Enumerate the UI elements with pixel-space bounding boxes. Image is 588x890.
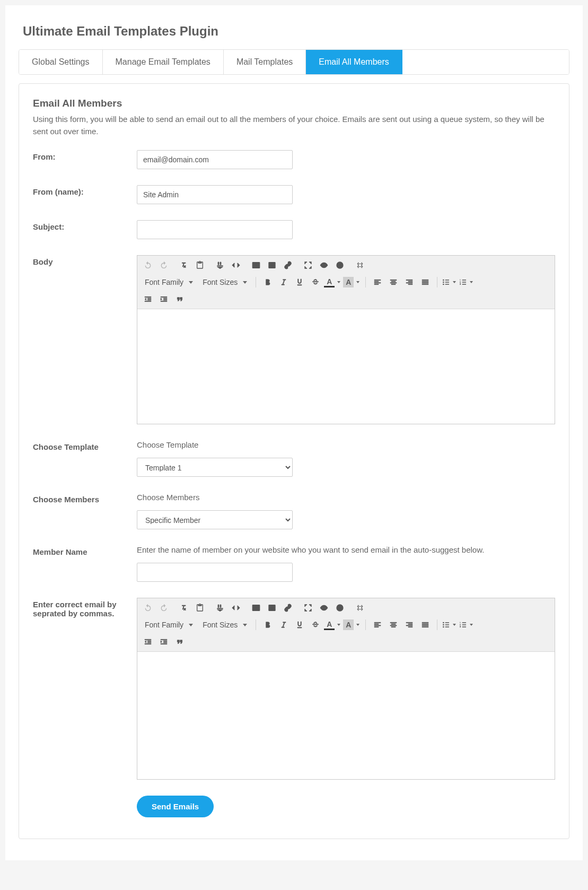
insert-media-icon[interactable] <box>249 600 264 615</box>
bold-icon[interactable] <box>260 617 275 632</box>
tab-email-all-members[interactable]: Email All Members <box>306 50 402 74</box>
insert-image-icon[interactable] <box>265 600 279 615</box>
font-sizes-dropdown[interactable]: Font Sizes <box>198 275 251 290</box>
emails-editor-content[interactable] <box>137 652 555 779</box>
template-select[interactable]: Template 1 <box>137 458 293 477</box>
paste-icon[interactable] <box>192 258 207 273</box>
template-helper: Choose Template <box>137 440 555 449</box>
page-container: Ultimate Email Templates Plugin Global S… <box>5 5 583 860</box>
font-family-dropdown[interactable]: Font Family <box>141 275 197 290</box>
from-name-input[interactable] <box>137 185 293 204</box>
undo-icon[interactable] <box>141 600 155 615</box>
fullscreen-icon[interactable] <box>301 258 315 273</box>
strikethrough-icon[interactable] <box>308 275 323 290</box>
text-color-button[interactable]: A <box>324 277 342 287</box>
number-list-button[interactable] <box>459 278 475 286</box>
underline-icon[interactable] <box>292 617 307 632</box>
redo-icon[interactable] <box>156 600 171 615</box>
svg-point-2 <box>270 264 271 265</box>
underline-icon[interactable] <box>292 275 307 290</box>
send-emails-button[interactable]: Send Emails <box>137 796 214 817</box>
tab-spacer <box>402 50 569 74</box>
undo-icon[interactable] <box>141 258 155 273</box>
emails-label: Enter correct email by seprated by comma… <box>33 598 137 618</box>
find-replace-icon[interactable] <box>213 600 227 615</box>
members-label: Choose Members <box>33 493 137 504</box>
tabs: Global Settings Manage Email Templates M… <box>19 49 569 75</box>
link-icon[interactable] <box>280 258 295 273</box>
outdent-icon[interactable] <box>141 292 155 307</box>
insert-image-icon[interactable] <box>265 258 279 273</box>
source-code-icon[interactable] <box>229 258 243 273</box>
strikethrough-icon[interactable] <box>308 617 323 632</box>
italic-icon[interactable] <box>276 275 291 290</box>
members-select[interactable]: Specific Member <box>137 510 293 529</box>
clear-format-icon[interactable] <box>177 258 191 273</box>
blockquote-icon[interactable] <box>172 634 187 649</box>
fullscreen-icon[interactable] <box>301 600 315 615</box>
align-justify-icon[interactable] <box>418 275 433 290</box>
indent-icon[interactable] <box>156 634 171 649</box>
emoticons-icon[interactable] <box>332 600 347 615</box>
preview-icon[interactable] <box>317 600 331 615</box>
insert-media-icon[interactable] <box>249 258 264 273</box>
panel: Email All Members Using this form, you w… <box>19 83 569 839</box>
submit-spacer <box>33 796 137 798</box>
tab-mail-templates[interactable]: Mail Templates <box>224 50 306 74</box>
body-editor-content[interactable] <box>137 309 555 424</box>
align-left-icon[interactable] <box>370 275 385 290</box>
section-title: Email All Members <box>33 98 555 109</box>
source-code-icon[interactable] <box>229 600 243 615</box>
bold-icon[interactable] <box>260 275 275 290</box>
clear-format-icon[interactable] <box>177 600 191 615</box>
bg-color-button[interactable]: A <box>343 619 361 630</box>
tab-manage-email-templates[interactable]: Manage Email Templates <box>103 50 224 74</box>
align-center-icon[interactable] <box>386 275 401 290</box>
emoticons-icon[interactable] <box>332 258 347 273</box>
find-replace-icon[interactable] <box>213 258 227 273</box>
text-color-button[interactable]: A <box>324 619 342 630</box>
member-name-helper: Enter the name of member on your website… <box>137 545 555 554</box>
svg-point-14 <box>443 624 444 626</box>
svg-point-4 <box>337 262 343 268</box>
align-left-icon[interactable] <box>370 617 385 632</box>
member-name-input[interactable] <box>137 563 293 582</box>
svg-point-5 <box>443 280 444 281</box>
paste-icon[interactable] <box>192 600 207 615</box>
template-icon[interactable] <box>353 258 367 273</box>
font-sizes-dropdown[interactable]: Font Sizes <box>198 617 251 632</box>
font-family-dropdown[interactable]: Font Family <box>141 617 197 632</box>
body-label: Body <box>33 255 137 266</box>
outdent-icon[interactable] <box>141 634 155 649</box>
link-icon[interactable] <box>280 600 295 615</box>
section-desc: Using this form, you will be able to sen… <box>33 114 555 137</box>
bg-color-button[interactable]: A <box>343 277 361 287</box>
preview-icon[interactable] <box>317 258 331 273</box>
align-center-icon[interactable] <box>386 617 401 632</box>
emails-editor: Font Family Font Sizes A A <box>137 598 555 780</box>
from-name-label: From (name): <box>33 185 137 196</box>
body-editor: Font Family Font Sizes A A <box>137 255 555 424</box>
redo-icon[interactable] <box>156 258 171 273</box>
italic-icon[interactable] <box>276 617 291 632</box>
from-label: From: <box>33 150 137 161</box>
template-icon[interactable] <box>353 600 367 615</box>
emails-toolbar: Font Family Font Sizes A A <box>137 598 555 652</box>
indent-icon[interactable] <box>156 292 171 307</box>
svg-point-12 <box>337 605 343 611</box>
align-justify-icon[interactable] <box>418 617 433 632</box>
from-input[interactable] <box>137 150 293 169</box>
bullet-list-button[interactable] <box>442 278 458 286</box>
blockquote-icon[interactable] <box>172 292 187 307</box>
svg-point-11 <box>323 607 325 609</box>
subject-label: Subject: <box>33 220 137 231</box>
bullet-list-button[interactable] <box>442 621 458 629</box>
align-right-icon[interactable] <box>402 617 417 632</box>
subject-input[interactable] <box>137 220 293 239</box>
svg-point-10 <box>270 606 271 607</box>
number-list-button[interactable] <box>459 621 475 629</box>
tab-global-settings[interactable]: Global Settings <box>19 50 103 74</box>
body-toolbar: Font Family Font Sizes A A <box>137 256 555 309</box>
align-right-icon[interactable] <box>402 275 417 290</box>
svg-point-6 <box>443 282 444 283</box>
